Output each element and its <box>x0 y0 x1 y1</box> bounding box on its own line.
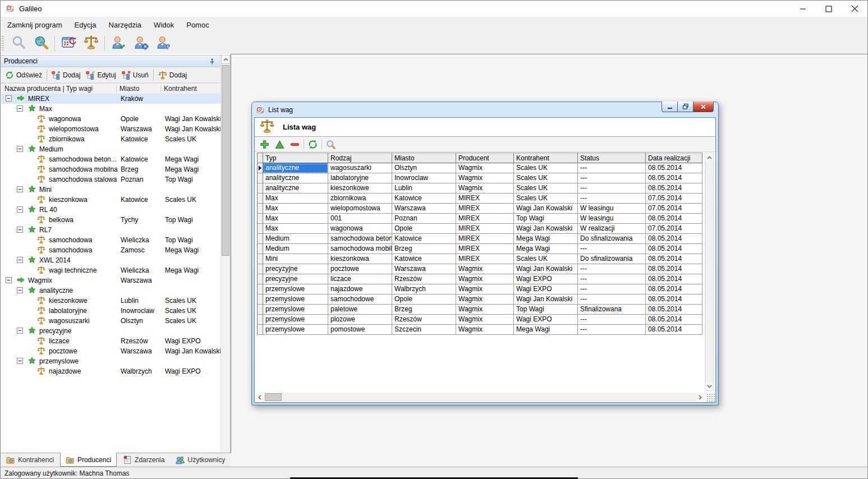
grid-cell[interactable]: --- <box>578 163 646 173</box>
grid-cell[interactable]: Wagmix <box>456 325 514 335</box>
grid-cell[interactable]: Walbrzych <box>392 284 456 294</box>
edit-button[interactable] <box>272 137 287 151</box>
grid-cell[interactable]: 08.05.2014 <box>646 274 702 284</box>
user-help-button[interactable]: ? <box>152 34 174 53</box>
grid-cell[interactable]: 08.05.2014 <box>646 305 702 315</box>
grid-cell[interactable]: 08.05.2014 <box>646 325 702 335</box>
grid-row-indicator[interactable] <box>257 224 263 234</box>
grid-cell[interactable]: --- <box>578 315 646 325</box>
grid-cell[interactable]: wielopomostowa <box>328 204 392 214</box>
grid-cell[interactable]: --- <box>578 173 646 183</box>
grid-cell[interactable]: Wagmix <box>456 183 514 194</box>
grid-row-indicator[interactable] <box>257 294 263 305</box>
tree-column-0[interactable]: Nazwa producenta | Typ wagi <box>4 84 93 94</box>
grid-cell[interactable]: 001 <box>328 214 392 224</box>
grid-cell[interactable]: --- <box>578 183 646 194</box>
grid-row-indicator[interactable] <box>257 325 263 335</box>
scroll-thumb[interactable] <box>222 65 229 256</box>
dock-tab-zdarzenia[interactable]: Zdarzenia <box>118 453 169 467</box>
expander-icon[interactable] <box>17 328 23 334</box>
user-settings-button[interactable] <box>130 34 152 53</box>
tree-scrollbar[interactable] <box>221 55 230 467</box>
grid-cell[interactable]: Do sfinalizowania <box>578 234 646 244</box>
grid-cell[interactable]: Wagmix <box>456 305 514 315</box>
grid-cell[interactable]: W leasingu <box>578 214 646 224</box>
menu-item-edycja[interactable]: Edycja <box>68 18 103 32</box>
search-button[interactable] <box>7 34 30 53</box>
tree-row[interactable]: Mini <box>1 185 221 195</box>
grid-cell[interactable]: pocztowe <box>328 264 392 274</box>
grid-cell[interactable]: samochodowa betonowa <box>328 234 392 244</box>
grid-horizontal-scrollbar[interactable] <box>255 393 705 402</box>
grid-column-header[interactable]: Producent <box>456 153 514 163</box>
tree-row[interactable]: Max <box>1 104 221 114</box>
grid-cell[interactable]: Brzeg <box>392 244 456 254</box>
expander-icon[interactable] <box>17 227 23 233</box>
grid-cell[interactable]: Katowice <box>392 254 456 264</box>
grid-cell[interactable]: kieszonkowa <box>328 254 392 264</box>
grid-cell[interactable]: 07.05.2014 <box>646 224 702 234</box>
grid-cell[interactable]: pomostowe <box>328 325 392 335</box>
minimize-button[interactable] <box>790 1 816 17</box>
grid-cell[interactable]: 08.05.2014 <box>646 294 702 305</box>
grid-row-indicator[interactable] <box>257 234 263 244</box>
grid-cell[interactable]: --- <box>578 244 646 254</box>
grid-cell[interactable]: Wagmix <box>456 274 514 284</box>
tree-row[interactable]: samochodowaWieliczkaTop Wagi <box>1 235 221 245</box>
refresh-button[interactable] <box>305 137 320 151</box>
menu-item-widok[interactable]: Widok <box>148 18 180 32</box>
grid-cell[interactable]: 08.05.2014 <box>646 163 702 173</box>
grid-cell[interactable]: Max <box>263 194 328 204</box>
grid-cell[interactable]: Wagmix <box>456 294 514 305</box>
delete-button[interactable]: Usuń <box>119 69 151 81</box>
grid-row-indicator[interactable] <box>257 305 263 315</box>
pin-icon[interactable] <box>208 58 216 66</box>
grid-cell[interactable]: Do sfinalizowania <box>578 254 646 264</box>
grid-cell[interactable]: Rzeszów <box>392 274 456 284</box>
calendar-button[interactable] <box>57 34 80 53</box>
grid-cell[interactable]: MIREX <box>456 234 514 244</box>
grid-cell[interactable]: przemyslowe <box>263 325 328 335</box>
tree-row[interactable]: RL7 <box>1 225 221 235</box>
scroll-down-button[interactable] <box>705 382 713 390</box>
grid-cell[interactable]: Max <box>263 204 328 214</box>
grid-cell[interactable]: Rzeszów <box>392 315 456 325</box>
grid-cell[interactable]: Medium <box>263 234 328 244</box>
grid-cell[interactable]: Katowice <box>392 234 456 244</box>
scroll-thumb[interactable] <box>265 393 282 401</box>
expander-icon[interactable] <box>17 105 23 112</box>
grid-row-indicator[interactable] <box>257 173 263 183</box>
grid-cell[interactable]: Scales UK <box>514 254 578 264</box>
grid-cell[interactable]: MIREX <box>456 214 514 224</box>
expander-icon[interactable] <box>17 257 23 263</box>
grid-cell[interactable]: Wagi Jan Kowalski <box>514 224 578 234</box>
grid-cell[interactable]: samochodowa mobilna <box>328 244 392 254</box>
grid-cell[interactable]: Scales UK <box>514 183 578 194</box>
grid-cell[interactable]: Top Wagi <box>514 305 578 315</box>
grid-cell[interactable]: 07.05.2014 <box>646 194 702 204</box>
expander-icon[interactable] <box>17 206 23 213</box>
grid-cell[interactable]: 08.05.2014 <box>646 183 702 194</box>
grid-cell[interactable]: przemyslowe <box>263 305 328 315</box>
grid-cell[interactable]: Scales UK <box>514 173 578 183</box>
grid-cell[interactable]: wagonowa <box>328 224 392 234</box>
tree-row[interactable]: zbiornikowaKatowiceScales UK <box>1 134 221 144</box>
expander-icon[interactable] <box>17 287 23 293</box>
scroll-up-button[interactable] <box>221 55 230 64</box>
menu-item-pomoc[interactable]: Pomoc <box>180 18 215 32</box>
tree-column-1[interactable]: Miasto <box>120 84 139 94</box>
grid-cell[interactable]: MIREX <box>456 224 514 234</box>
grid-cell[interactable]: Opole <box>392 294 456 305</box>
grid-cell[interactable]: paletowe <box>328 305 392 315</box>
tree-row[interactable]: kieszonkoweLublinScales UK <box>1 296 221 306</box>
grid-cell[interactable]: Wagi Jan Kowalski <box>514 294 578 305</box>
grid-cell[interactable]: Sfinalizowana <box>578 305 646 315</box>
grid-row-indicator[interactable] <box>257 254 263 264</box>
search-button[interactable] <box>323 137 338 151</box>
grid-cell[interactable]: 07.05.2014 <box>646 204 702 214</box>
resize-grip[interactable] <box>706 393 715 402</box>
grid-cell[interactable]: --- <box>578 194 646 204</box>
grid-column-header[interactable]: Rodzaj <box>328 153 392 163</box>
grid-cell[interactable]: 08.05.2014 <box>646 234 702 244</box>
grid-cell[interactable]: Wagmix <box>456 315 514 325</box>
